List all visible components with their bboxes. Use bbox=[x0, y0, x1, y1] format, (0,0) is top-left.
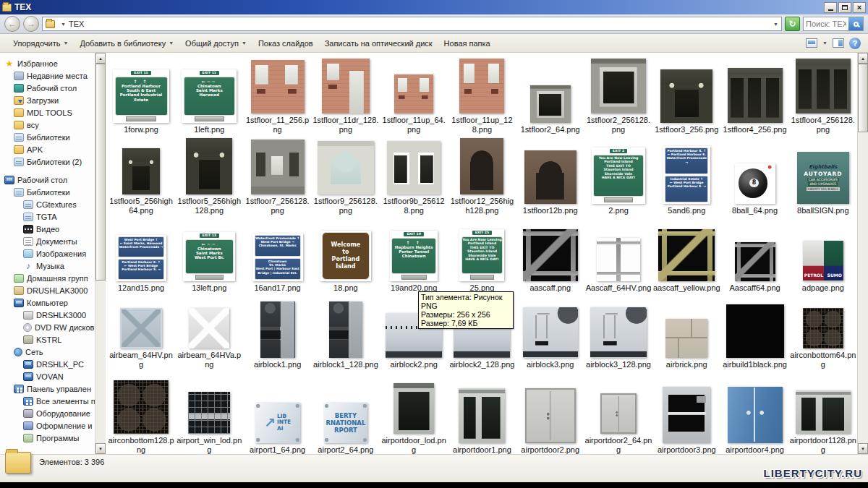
address-bar[interactable]: ▼ TEX ▼ bbox=[42, 17, 782, 31]
sidebar-item[interactable]: TGTA bbox=[0, 210, 95, 223]
views-chevron-icon[interactable]: ▼ bbox=[822, 40, 827, 46]
file-item[interactable]: 1stfloor9b_256128.png bbox=[380, 134, 448, 215]
search-box[interactable] bbox=[803, 17, 864, 31]
file-item[interactable]: 88ball_64.png bbox=[720, 134, 788, 215]
file-item[interactable]: airportdoor3.png bbox=[652, 369, 720, 454]
file-item[interactable]: 1stfloor7_256128.png bbox=[243, 134, 311, 215]
file-item[interactable]: 1stfloor4_256128.png bbox=[789, 53, 857, 134]
sidebar-item[interactable]: MDL TOOLS bbox=[0, 106, 95, 119]
file-item[interactable]: EXIT 11↑ ↑Portland HarbourSouth & EastPo… bbox=[107, 53, 175, 134]
file-item[interactable]: aascaff_yellow.png bbox=[652, 215, 720, 292]
address-history-chevron-icon[interactable]: ▼ bbox=[773, 22, 778, 27]
file-item[interactable]: aascaff.png bbox=[516, 215, 584, 292]
file-item[interactable]: airportdoor2_64.png bbox=[584, 369, 652, 454]
sidebar-item[interactable]: Панель управлен bbox=[0, 382, 95, 395]
views-icon[interactable] bbox=[806, 38, 817, 48]
file-item[interactable]: 1stfloor12b.png bbox=[516, 134, 584, 215]
preview-pane-icon[interactable] bbox=[833, 38, 844, 48]
file-item[interactable]: 1stfloor5_256high64.png bbox=[107, 134, 175, 215]
toolbar-share[interactable]: Общий доступ▼ bbox=[179, 37, 252, 50]
file-item[interactable]: EXIT 11←──ChinatownSaint MarksHarwood1le… bbox=[175, 53, 243, 134]
file-item[interactable]: 1stfloor_11dr_128.png bbox=[312, 53, 380, 134]
sidebar-item[interactable]: CGtextures bbox=[0, 198, 95, 210]
file-item[interactable]: EXIT 13←──ChinatownSaint MarksWest Port … bbox=[175, 215, 243, 292]
minimize-button[interactable] bbox=[824, 2, 837, 13]
sidebar-scroll-thumb[interactable] bbox=[95, 64, 106, 281]
file-item[interactable]: 1stfloor4_256.png bbox=[720, 53, 788, 134]
breadcrumb-chevron-icon[interactable]: ▼ bbox=[61, 22, 66, 27]
file-item[interactable]: airconbottom128.png bbox=[107, 369, 175, 454]
file-item[interactable]: West Port Bridge ↑← Saint Marks, Harwood… bbox=[107, 215, 175, 292]
file-item[interactable]: Aascaff64.png bbox=[720, 215, 788, 292]
sidebar-item[interactable]: Рабочий стол bbox=[0, 82, 95, 94]
file-item[interactable]: BERTYRNATIONALRPORTairport2_64.png bbox=[312, 369, 380, 454]
search-input[interactable] bbox=[804, 20, 848, 28]
file-item[interactable]: airblock1_128.png bbox=[312, 292, 380, 369]
sidebar-item[interactable]: ♪Музыка bbox=[0, 260, 95, 272]
sidebar-item[interactable]: ★Избранное bbox=[0, 57, 95, 69]
close-button[interactable]: × bbox=[853, 2, 866, 13]
forward-button[interactable]: → bbox=[23, 16, 39, 32]
file-item[interactable]: airbeam_64HV.png bbox=[107, 292, 175, 369]
sidebar-item[interactable]: всу bbox=[0, 119, 95, 131]
file-item[interactable]: Waterfront Promenade ↑West Port Bridge →… bbox=[243, 215, 311, 292]
sidebar-item[interactable]: Загрузки bbox=[0, 94, 95, 106]
file-item[interactable]: airconbottom64.png bbox=[789, 292, 857, 369]
scroll-up-icon[interactable]: ▲ bbox=[858, 53, 868, 64]
sidebar-item[interactable]: DVD RW дисков bbox=[0, 321, 95, 333]
search-button[interactable] bbox=[848, 17, 863, 30]
toolbar-new-folder[interactable]: Новая папка bbox=[438, 37, 496, 50]
file-item[interactable]: WelcometoPortlandIsland18.png bbox=[312, 215, 380, 292]
sidebar-item[interactable]: Недавние места bbox=[0, 69, 95, 82]
sidebar-item[interactable]: Изображения bbox=[0, 247, 95, 260]
file-item[interactable]: 1stfloor_11up_128.png bbox=[448, 53, 516, 134]
file-item[interactable]: airportdoor1128.png bbox=[789, 369, 857, 454]
file-item[interactable]: 1stfloor12_256high128.png bbox=[448, 134, 516, 215]
sidebar-item[interactable]: Библиотеки bbox=[0, 186, 95, 198]
scroll-up-icon[interactable]: ▲ bbox=[95, 53, 106, 64]
sidebar-item[interactable]: Документы bbox=[0, 235, 95, 247]
file-item[interactable]: 1stfloor9_256128.png bbox=[312, 134, 380, 215]
sidebar-item[interactable]: KSTRL bbox=[0, 333, 95, 346]
file-item[interactable]: airportdoor1.png bbox=[448, 369, 516, 454]
sidebar-item[interactable]: Рабочий стол bbox=[0, 174, 95, 186]
sidebar-item[interactable]: Оформление и bbox=[0, 419, 95, 432]
file-item[interactable]: PETROLSUMOadpage.png bbox=[789, 215, 857, 292]
file-item[interactable]: 1stfloor3_256.png bbox=[652, 53, 720, 134]
file-item[interactable]: Aascaff_64HV.png bbox=[584, 215, 652, 292]
help-icon[interactable]: ? bbox=[849, 38, 861, 49]
sidebar-item[interactable]: DRUSHLAK3000 bbox=[0, 284, 95, 296]
sidebar-item[interactable]: Сеть bbox=[0, 346, 95, 358]
main-scroll-track[interactable] bbox=[858, 64, 868, 443]
toolbar-add-to-library[interactable]: Добавить в библиотеку▼ bbox=[74, 37, 179, 50]
back-button[interactable]: ← bbox=[4, 16, 20, 32]
file-item[interactable]: 1stfloor2_256128.png bbox=[584, 53, 652, 134]
breadcrumb[interactable]: TEX bbox=[69, 20, 84, 28]
sidebar-scroll-track[interactable] bbox=[95, 64, 106, 443]
sidebar-item[interactable]: Домашняя групп bbox=[0, 272, 95, 284]
sidebar-item[interactable]: Библиотеки (2) bbox=[0, 155, 95, 168]
file-item[interactable]: ↗LIBINTEAIairport1_64.png bbox=[243, 369, 311, 454]
file-item[interactable]: airportdoor2.png bbox=[516, 369, 584, 454]
main-scroll-thumb[interactable] bbox=[858, 64, 868, 132]
toolbar-burn-disc[interactable]: Записать на оптический диск bbox=[319, 37, 438, 50]
file-item[interactable]: airbrick.png bbox=[652, 292, 720, 369]
file-item[interactable]: 1stfloor_11up_64.png bbox=[380, 53, 448, 134]
file-item[interactable]: 1stfloor2_64.png bbox=[516, 53, 584, 134]
sidebar-item[interactable]: Программы bbox=[0, 432, 95, 444]
file-item[interactable]: 1stfloor_11_256.png bbox=[243, 53, 311, 134]
sidebar-scrollbar[interactable]: ▲ ▼ bbox=[95, 53, 106, 454]
sidebar-item[interactable]: Видео bbox=[0, 223, 95, 235]
main-scrollbar[interactable]: ▲ ▼ bbox=[857, 53, 868, 454]
file-item[interactable]: EXIT 25You Are Now LeavingPortland Islan… bbox=[448, 215, 516, 292]
scroll-down-icon[interactable]: ▼ bbox=[858, 443, 868, 454]
sidebar-item[interactable]: APK bbox=[0, 143, 95, 155]
file-item[interactable]: EXIT 19↑ ↑Hepburn HeightsPorter TunnelCh… bbox=[380, 215, 448, 292]
file-item[interactable]: EightballsAUTOYARDCAR ACCESORIESAND UPGR… bbox=[789, 134, 857, 215]
refresh-button[interactable]: ↻ bbox=[785, 17, 800, 31]
titlebar[interactable]: TEX × bbox=[0, 0, 868, 14]
sidebar-item[interactable]: DRSHLK3000 bbox=[0, 309, 95, 321]
file-item[interactable]: airblock1.png bbox=[243, 292, 311, 369]
toolbar-slideshow[interactable]: Показ слайдов bbox=[252, 37, 319, 50]
file-item[interactable]: 1stfloor5_256high128.png bbox=[175, 134, 243, 215]
